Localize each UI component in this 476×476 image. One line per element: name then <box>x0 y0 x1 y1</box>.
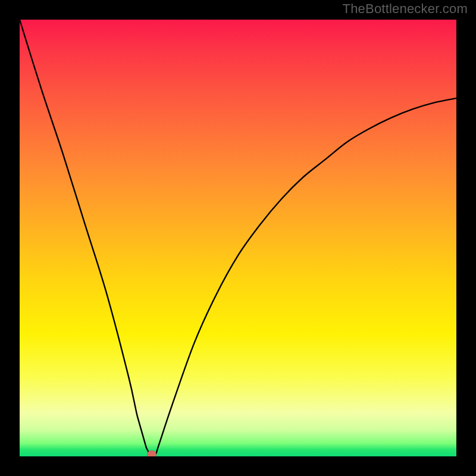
attribution-text: TheBottlenecker.com <box>343 1 468 17</box>
chart-frame: TheBottlenecker.com <box>0 0 476 476</box>
bottleneck-curve-path <box>20 20 456 456</box>
curve-svg <box>20 20 456 456</box>
optimal-point-marker <box>147 450 156 456</box>
plot-area <box>20 20 456 456</box>
